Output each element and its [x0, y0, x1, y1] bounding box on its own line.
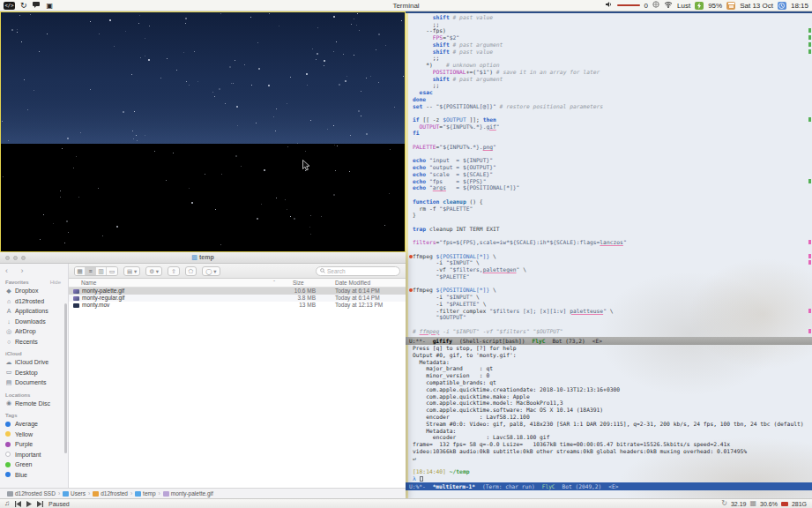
search-input[interactable]: Search — [316, 266, 400, 276]
breadcrumb-item[interactable]: monty-palette.gif — [163, 490, 213, 497]
column-header-date[interactable]: Date Modified — [335, 280, 370, 286]
star — [43, 214, 44, 215]
network-name[interactable]: Lust — [677, 2, 690, 10]
memory-icon: ▦ — [749, 500, 756, 507]
applications-icon: A — [5, 308, 12, 314]
code-line: echo "input = ${INPUT}" — [413, 157, 812, 164]
mouse-cursor — [302, 160, 310, 171]
star — [78, 197, 79, 198]
sort-direction-caret[interactable]: ˆ — [273, 280, 275, 286]
sidebar-item-remote-disc[interactable]: ◉Remote Disc — [5, 399, 68, 409]
folder-icon: ▨ — [191, 254, 197, 260]
column-header-name[interactable]: Name — [81, 280, 96, 286]
action-menu-button[interactable]: ⚙ ▾ — [145, 266, 162, 276]
breadcrumb-item[interactable]: temp — [135, 490, 155, 497]
star — [321, 216, 322, 217]
quick-actions-button[interactable]: ◯ ▾ — [202, 266, 220, 276]
sidebar-item-important[interactable]: Important — [5, 450, 68, 460]
breadcrumb-item[interactable]: d12frosted SSD — [7, 490, 56, 497]
star — [297, 143, 298, 144]
modeline-state: U:%*- — [409, 482, 426, 490]
modeline-script-buffer[interactable]: U:**- gifify (Shell-script[bash]) FlyC B… — [406, 337, 812, 345]
calendar-icon[interactable] — [726, 2, 735, 10]
star — [312, 49, 313, 49]
finder-title-bar[interactable]: ▨temp — [0, 252, 406, 264]
next-track-icon[interactable] — [37, 501, 43, 507]
star — [219, 88, 220, 90]
sidebar-item-airdrop[interactable]: ◎AirDrop — [5, 326, 68, 337]
breadcrumb-item[interactable]: d12frosted — [93, 490, 128, 497]
sidebar-item-d12frosted[interactable]: ⌂d12frosted — [5, 296, 68, 307]
file-row[interactable]: monty.mov13 MBToday at 12:13 PM — [69, 302, 406, 309]
star — [11, 29, 13, 31]
star — [134, 111, 135, 112]
star — [366, 78, 367, 78]
terminal-line: com.apple.quicktime.creationdate: 2018-1… — [413, 386, 812, 393]
code-line: ;; — [413, 55, 812, 62]
sidebar-section-label: Tags — [5, 413, 68, 418]
code-line: shift # past value — [413, 49, 812, 56]
star — [98, 188, 99, 189]
sidebar-item-green[interactable]: Green — [5, 459, 68, 470]
wifi-icon[interactable] — [664, 1, 673, 10]
back-forward-buttons[interactable]: ‹ › — [5, 266, 68, 275]
sidebar-scrollbar[interactable] — [64, 303, 67, 453]
star — [116, 226, 118, 228]
view-switcher[interactable]: ▦≡▥▭ — [74, 266, 118, 276]
tags-button[interactable]: ⬠ — [185, 266, 197, 276]
column-header-size[interactable]: Size — [293, 280, 304, 286]
modeline-terminal-buffer[interactable]: U:%*- *multiterm-1* (Term: char run) Fly… — [406, 482, 812, 490]
clock-icon[interactable] — [778, 2, 786, 10]
sidebar-item-icloud-drive[interactable]: ☁iCloud Drive — [5, 357, 68, 368]
star — [237, 125, 238, 126]
star — [389, 193, 390, 194]
sidebar-item-downloads[interactable]: ↓Downloads — [5, 317, 68, 327]
terminal-buffer-multiterm[interactable]: Press [q] to stop, [?] for helpOutput #0… — [408, 345, 812, 482]
sidebar-item-desktop[interactable]: ▭Desktop — [5, 368, 68, 378]
file-date-modified: Today at 6:14 PM — [335, 295, 380, 302]
sidebar-item-dropbox[interactable]: ◆Dropbox — [5, 286, 68, 296]
sidebar-item-recents[interactable]: ○Recents — [5, 337, 68, 347]
file-row[interactable]: monty-regular.gif3.8 MBToday at 6:14 PM — [69, 295, 406, 302]
play-icon[interactable] — [26, 501, 32, 507]
sidebar-item-average[interactable]: Average — [5, 419, 68, 430]
sidebar-item-applications[interactable]: AApplications — [5, 306, 68, 317]
sidebar-item-purple[interactable]: Purple — [5, 439, 68, 450]
volume-icon[interactable] — [606, 1, 613, 10]
star — [276, 198, 277, 198]
list-view-button[interactable]: ≡ — [86, 267, 96, 275]
star — [47, 34, 48, 34]
sidebar-item-yellow[interactable]: Yellow — [5, 430, 68, 440]
star — [251, 85, 252, 86]
previous-track-icon[interactable] — [15, 501, 21, 507]
group-button[interactable]: ▤ ▾ — [123, 266, 140, 276]
sidebar-item-blue[interactable]: Blue — [5, 470, 68, 481]
terminal-line: Stream #0:0: Video: gif, pal8, 418x230 [… — [413, 421, 812, 428]
globe-icon[interactable] — [652, 1, 659, 10]
star — [62, 148, 63, 149]
script-buffer-gifify[interactable]: shift # past value ;; --fps) FPS="$2" sh… — [408, 14, 812, 336]
star — [333, 125, 334, 126]
terminal-line: com.apple.quicktime.make: Apple — [413, 393, 812, 400]
gallery-view-button[interactable]: ▭ — [107, 267, 117, 275]
column-view-button[interactable]: ▥ — [96, 267, 107, 275]
volume-slider[interactable] — [617, 4, 640, 6]
star — [60, 197, 61, 198]
star — [125, 31, 126, 32]
battery-icon[interactable] — [695, 2, 704, 10]
star — [145, 56, 145, 56]
code-line — [413, 137, 812, 144]
code-line: # ffmpeg -i "$INPUT" -vf "$filters" "$OU… — [413, 328, 812, 335]
breadcrumb-item[interactable]: Users — [63, 490, 86, 497]
icon-view-button[interactable]: ▦ — [75, 267, 86, 275]
terminal-line: λ — [413, 475, 812, 482]
share-button[interactable]: ⇧ — [168, 266, 179, 276]
code-line: -i "$INPUT" \ — [413, 259, 812, 266]
sidebar-item-documents[interactable]: ▤Documents — [5, 377, 68, 388]
video-preview-night-sky[interactable] — [0, 11, 406, 252]
sidebar-hide-button[interactable]: Hide — [50, 280, 68, 285]
tag-color-icon — [5, 452, 11, 457]
file-row[interactable]: monty-palette.gif10.6 MBToday at 6:14 PM — [69, 288, 406, 295]
modeline-position: Bot (73,2) — [552, 337, 585, 345]
star — [403, 76, 404, 77]
